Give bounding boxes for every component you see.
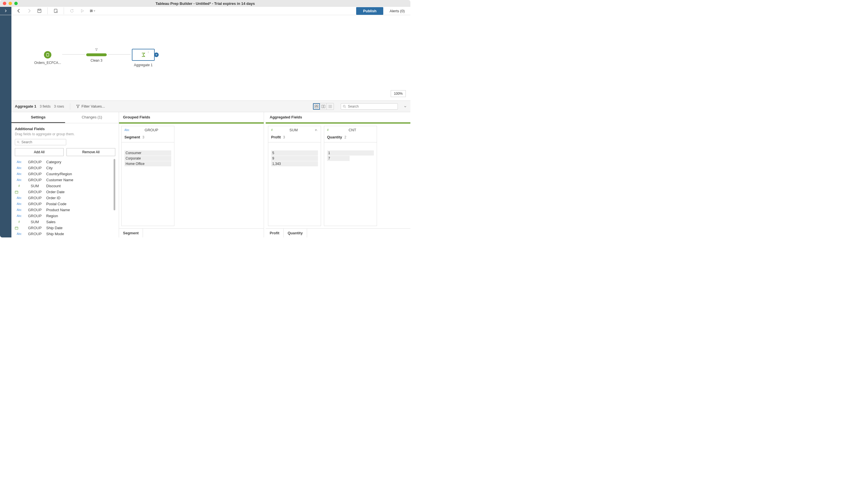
additional-field-row[interactable]: GROUPOrder Date	[15, 189, 115, 195]
close-window-button[interactable]	[3, 2, 6, 5]
additional-field-row[interactable]: AbcGROUPShip Mode	[15, 231, 115, 237]
field-name: Ship Date	[46, 226, 115, 230]
publish-button[interactable]: Publish	[356, 7, 383, 15]
expand-sidebar-button[interactable]	[0, 7, 11, 15]
zoom-level[interactable]: 100%	[391, 90, 406, 97]
aggregation-label: GROUP	[23, 172, 46, 176]
value-row[interactable]: Consumer	[124, 150, 171, 155]
sort-badge-icon: ↕	[148, 51, 149, 54]
additional-field-row[interactable]: AbcGROUPCategory	[15, 159, 115, 165]
scrollbar[interactable]	[114, 159, 115, 210]
tab-changes[interactable]: Changes (1)	[65, 112, 119, 123]
tab-settings[interactable]: Settings	[11, 112, 65, 123]
field-name: Category	[46, 160, 115, 164]
aggregated-field-card[interactable]: #CNTQuantity217	[324, 126, 377, 226]
footer-tab[interactable]: Quantity	[284, 229, 307, 237]
toolbar-separator	[47, 8, 48, 14]
run-flow-button[interactable]	[78, 7, 86, 15]
step-header: Aggregate 1 3 fields 3 rows Filter Value…	[11, 101, 410, 112]
additional-field-row[interactable]: AbcGROUPCity	[15, 165, 115, 171]
save-button[interactable]	[35, 7, 43, 15]
svg-point-3	[91, 10, 92, 11]
footer-tab[interactable]: Segment	[119, 229, 143, 237]
filter-values-button[interactable]: Filter Values...	[76, 104, 105, 109]
toolbar-separator	[64, 8, 64, 14]
field-name: Ship Mode	[46, 232, 115, 236]
flow-node-input[interactable]: Orders_ECFCA...	[34, 51, 61, 65]
distinct-count: 2	[345, 135, 347, 139]
search-input[interactable]	[348, 104, 396, 109]
aggregation-label: GROUP	[23, 190, 46, 194]
back-button[interactable]	[15, 7, 23, 15]
flow-node-clean[interactable]: Clean 3	[86, 53, 107, 63]
additional-field-row[interactable]: AbcGROUPProduct Name	[15, 207, 115, 213]
histogram-bar[interactable]: 5	[271, 150, 318, 155]
histogram-bar[interactable]: 9	[271, 156, 318, 161]
aggregation-label: GROUP	[23, 214, 46, 218]
collapse-panel-button[interactable]	[403, 105, 407, 108]
additional-field-row[interactable]: AbcGROUPRegion	[15, 213, 115, 219]
aggregation-label: GROUP	[23, 166, 46, 170]
aggregated-fields-header: Aggregated Fields	[266, 112, 410, 123]
additional-field-row[interactable]: #SUMDiscount	[15, 183, 115, 189]
list-view-button[interactable]	[327, 103, 334, 110]
additional-fields-title: Additional Fields	[15, 127, 115, 131]
connections-button[interactable]	[52, 7, 60, 15]
svg-rect-10	[322, 105, 323, 108]
additional-field-row[interactable]: AbcGROUPCustomer Name	[15, 177, 115, 183]
field-name: Country/Region	[46, 172, 115, 176]
distinct-count: 3	[283, 135, 285, 139]
histogram: 591,343	[268, 142, 321, 226]
forward-button[interactable]	[25, 7, 33, 15]
additional-search-input[interactable]	[21, 140, 64, 144]
remove-all-button[interactable]: Remove All	[66, 148, 115, 156]
footer-tab[interactable]: Profit	[266, 229, 284, 237]
additional-field-row[interactable]: AbcGROUPState/Province	[15, 237, 115, 237]
add-step-button[interactable]: +	[154, 52, 159, 57]
histogram-bar[interactable]: 1,343	[271, 161, 318, 166]
alerts-button[interactable]: Alerts (0)	[390, 9, 405, 13]
refresh-button[interactable]	[68, 7, 76, 15]
step-name: Aggregate 1	[15, 104, 36, 109]
additional-field-row[interactable]: GROUPShip Date	[15, 225, 115, 231]
sort-icon[interactable]	[314, 128, 318, 132]
settings-dropdown[interactable]	[88, 7, 97, 15]
field-name: Segment	[124, 135, 140, 139]
window-title: Tableau Prep Builder - Untitled* - Trial…	[155, 1, 255, 6]
aggregation-label: SUM	[275, 128, 312, 132]
type-icon: Abc	[15, 166, 23, 169]
type-icon: #	[271, 128, 273, 131]
field-name: Profit	[271, 135, 281, 139]
svg-point-5	[90, 11, 91, 12]
grouped-field-card[interactable]: Abc GROUP Segment 3 ConsumerCorporateHom…	[121, 126, 174, 226]
aggregation-label: SUM	[23, 220, 46, 224]
additional-field-row[interactable]: AbcGROUPPostal Code	[15, 201, 115, 207]
profile-view-button[interactable]	[313, 103, 320, 110]
bar-label: 9	[271, 156, 274, 161]
flow-canvas[interactable]: Orders_ECFCA... Clean 3	[11, 15, 410, 101]
maximize-window-button[interactable]	[14, 2, 18, 5]
type-icon: Abc	[15, 160, 23, 164]
histogram-bar[interactable]: 1	[327, 150, 374, 155]
grid-view-button[interactable]	[320, 103, 327, 110]
value-list: ConsumerCorporateHome Office	[122, 142, 174, 226]
bar-label: 7	[327, 156, 330, 161]
search-box[interactable]	[341, 103, 398, 110]
view-toggle	[313, 103, 334, 110]
additional-field-row[interactable]: AbcGROUPCountry/Region	[15, 171, 115, 177]
type-icon: Abc	[15, 208, 23, 212]
additional-field-row[interactable]: AbcGROUPOrder ID	[15, 195, 115, 201]
value-row[interactable]: Corporate	[124, 156, 171, 161]
additional-field-row[interactable]: #SUMSales	[15, 219, 115, 225]
minimize-window-button[interactable]	[9, 2, 12, 5]
additional-search-box[interactable]	[15, 139, 66, 145]
aggregated-field-card[interactable]: #SUMProfit3591,343	[268, 126, 321, 226]
flow-node-aggregate[interactable]: ↕ + Aggregate 1	[132, 49, 155, 67]
value-row[interactable]: Home Office	[124, 161, 171, 166]
aggregation-label: GROUP	[23, 232, 46, 236]
fields-count: 3 fields	[40, 104, 51, 109]
add-all-button[interactable]: Add All	[15, 148, 64, 156]
svg-point-2	[56, 11, 58, 13]
type-icon: Abc	[15, 196, 23, 200]
histogram-bar[interactable]: 7	[327, 156, 374, 161]
